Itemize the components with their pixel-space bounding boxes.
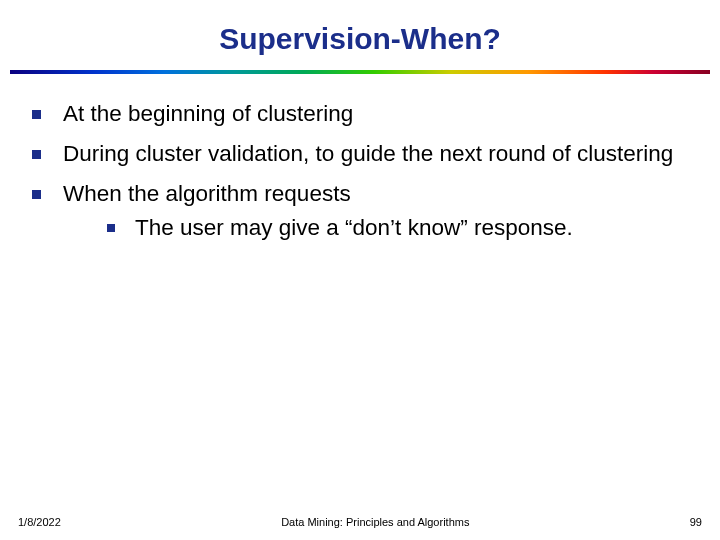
bullet-text: At the beginning of clustering (63, 100, 692, 128)
slide-footer: 1/8/2022 Data Mining: Principles and Alg… (0, 516, 720, 528)
bullet-item: During cluster validation, to guide the … (28, 140, 692, 168)
slide: Supervision-When? At the beginning of cl… (0, 0, 720, 540)
bullet-item: At the beginning of clustering (28, 100, 692, 128)
bullet-item: When the algorithm requests The user may… (28, 180, 692, 242)
bullet-text-span: When the algorithm requests (63, 181, 351, 206)
footer-date: 1/8/2022 (18, 516, 61, 528)
square-bullet-icon (32, 110, 41, 119)
sub-list: The user may give a “don’t know” respons… (63, 214, 692, 242)
bullet-text: When the algorithm requests The user may… (63, 180, 692, 242)
footer-title: Data Mining: Principles and Algorithms (61, 516, 690, 528)
square-bullet-icon (32, 190, 41, 199)
footer-page-number: 99 (690, 516, 702, 528)
bullet-text: During cluster validation, to guide the … (63, 140, 692, 168)
sub-bullet-text: The user may give a “don’t know” respons… (135, 214, 573, 242)
square-bullet-icon (107, 224, 115, 232)
square-bullet-icon (32, 150, 41, 159)
slide-body: At the beginning of clustering During cl… (0, 74, 720, 243)
sub-bullet-item: The user may give a “don’t know” respons… (103, 214, 692, 242)
slide-title: Supervision-When? (0, 0, 720, 56)
